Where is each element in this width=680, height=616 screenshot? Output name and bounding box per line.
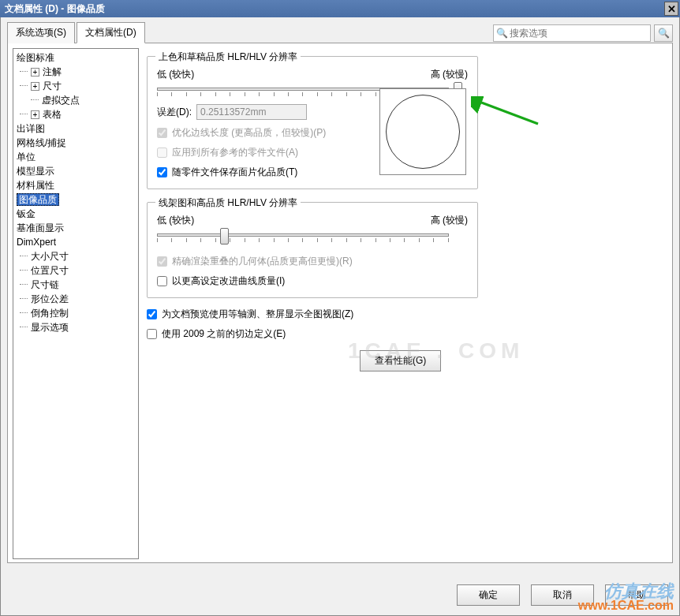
chk-2009-tangent[interactable]: 使用 2009 之前的切边定义(E) bbox=[147, 327, 659, 341]
tree-table[interactable]: +表格 bbox=[13, 107, 138, 121]
group-title-2: 线架图和高品质 HLR/HLV 分辨率 bbox=[155, 196, 301, 210]
dialog-body: 系统选项(S) 文档属性(D) 🔍 🔍 绘图标准 +注解 +尺寸 虚拟交点 +表… bbox=[0, 17, 680, 616]
main-panel: 绘图标准 +注解 +尺寸 虚拟交点 +表格 出详图 网格线/捕捉 单位 模型显示… bbox=[7, 43, 673, 563]
tree-sheetmetal[interactable]: 钣金 bbox=[13, 207, 138, 221]
expand-icon[interactable]: + bbox=[31, 82, 39, 91]
tree-model-display[interactable]: 模型显示 bbox=[13, 164, 138, 178]
search-icon: 🔍 bbox=[494, 28, 510, 39]
tree-annotation[interactable]: +注解 bbox=[13, 65, 138, 79]
tree-dim-chain[interactable]: 尺寸链 bbox=[13, 278, 138, 292]
group-title: 上色和草稿品质 HLR/HLV 分辨率 bbox=[155, 50, 301, 64]
wireframe-quality-group: 线架图和高品质 HLR/HLV 分辨率 低 (较快) 高 (较慢) 精确渲染重叠… bbox=[147, 202, 478, 298]
tree-virtual-sharp[interactable]: 虚拟交点 bbox=[13, 93, 138, 107]
category-tree[interactable]: 绘图标准 +注解 +尺寸 虚拟交点 +表格 出详图 网格线/捕捉 单位 模型显示… bbox=[13, 48, 139, 559]
tree-material[interactable]: 材料属性 bbox=[13, 178, 138, 192]
cancel-button[interactable]: 取消 bbox=[531, 584, 594, 606]
tree-units[interactable]: 单位 bbox=[13, 150, 138, 164]
tree-grid[interactable]: 网格线/捕捉 bbox=[13, 136, 138, 150]
slider-thumb-2[interactable] bbox=[220, 228, 229, 245]
tree-detailing[interactable]: 出详图 bbox=[13, 121, 138, 136]
view-performance-button[interactable]: 查看性能(G) bbox=[360, 350, 441, 371]
tab-system-options[interactable]: 系统选项(S) bbox=[7, 22, 75, 43]
tree-geom-tol[interactable]: 形位公差 bbox=[13, 292, 138, 306]
dialog-footer: 确定 取消 帮助 bbox=[457, 584, 668, 606]
high-label-2: 高 (较慢) bbox=[431, 214, 468, 227]
tree-dimxpert[interactable]: DimXpert bbox=[13, 235, 138, 249]
tab-document-properties[interactable]: 文档属性(D) bbox=[77, 22, 145, 43]
wireframe-quality-slider[interactable] bbox=[157, 233, 449, 237]
tree-image-quality[interactable]: 图像品质 bbox=[13, 192, 138, 207]
help-button[interactable]: 帮助 bbox=[605, 584, 668, 606]
search-button[interactable]: 🔍 bbox=[654, 24, 673, 42]
expand-icon[interactable]: + bbox=[31, 68, 39, 77]
shaded-quality-group: 上色和草稿品质 HLR/HLV 分辨率 低 (较快) 高 (较慢) 误差(D): bbox=[147, 56, 478, 189]
preview-box bbox=[379, 88, 466, 175]
tree-plane-display[interactable]: 基准面显示 bbox=[13, 221, 138, 235]
search-input[interactable] bbox=[510, 28, 650, 39]
tree-drawing-standard[interactable]: 绘图标准 bbox=[13, 50, 138, 65]
close-button[interactable]: ✕ bbox=[664, 2, 678, 16]
chk-precise-render: 精确渲染重叠的几何体(品质更高但更慢)(R) bbox=[157, 255, 468, 268]
low-label: 低 (较快) bbox=[157, 68, 194, 81]
expand-icon[interactable]: + bbox=[31, 110, 39, 119]
preview-circle bbox=[386, 95, 460, 169]
chk-iso-preview[interactable]: 为文档预览使用等轴测、整屏显示全图视图(Z) bbox=[147, 308, 659, 321]
tree-size-dim[interactable]: 大小尺寸 bbox=[13, 249, 138, 263]
tree-display-opt[interactable]: 显示选项 bbox=[13, 320, 138, 334]
high-label: 高 (较慢) bbox=[431, 68, 468, 81]
window-title: 文档属性 (D) - 图像品质 bbox=[5, 2, 105, 16]
settings-content: 上色和草稿品质 HLR/HLV 分辨率 低 (较快) 高 (较慢) 误差(D): bbox=[139, 48, 667, 558]
tree-chamfer[interactable]: 倒角控制 bbox=[13, 306, 138, 320]
deviation-input bbox=[196, 104, 307, 120]
tree-dimension[interactable]: +尺寸 bbox=[13, 79, 138, 93]
search-box[interactable]: 🔍 bbox=[493, 24, 651, 42]
deviation-label: 误差(D): bbox=[157, 106, 192, 119]
search-go-icon: 🔍 bbox=[658, 28, 670, 39]
chk-higher-curve[interactable]: 以更高设定改进曲线质量(I) bbox=[157, 274, 468, 288]
titlebar: 文档属性 (D) - 图像品质 ✕ bbox=[0, 0, 680, 17]
tree-pos-dim[interactable]: 位置尺寸 bbox=[13, 263, 138, 278]
low-label-2: 低 (较快) bbox=[157, 214, 194, 227]
tab-strip: 系统选项(S) 文档属性(D) bbox=[7, 22, 147, 43]
ok-button[interactable]: 确定 bbox=[457, 584, 520, 606]
